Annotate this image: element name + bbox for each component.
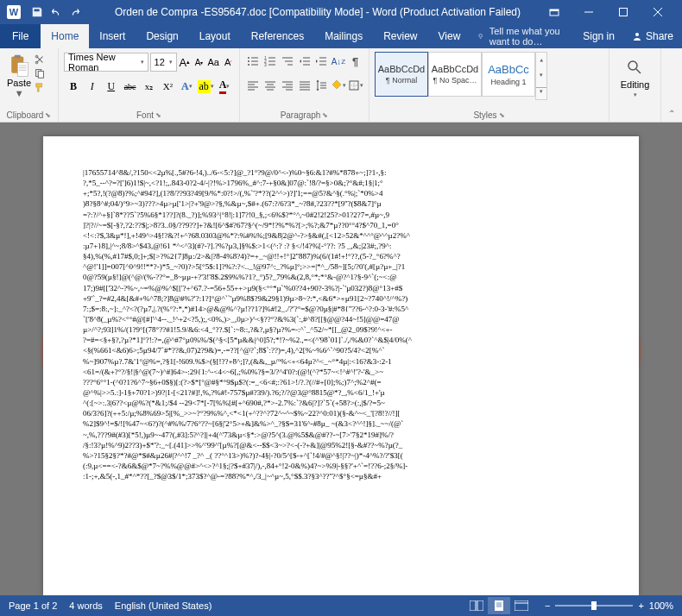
document-body-text[interactable]: |17655714^8&/,?150<<2µ%[.,5#?6-!4,)../6-…	[83, 167, 599, 481]
styles-group-label: Styles	[473, 110, 496, 120]
italic-button[interactable]: I	[83, 77, 102, 96]
strikethrough-button[interactable]: abc	[121, 77, 140, 96]
align-left-icon[interactable]	[245, 76, 262, 95]
text-effects-icon[interactable]: A▾	[177, 77, 196, 96]
language-indicator[interactable]: English (United States)	[115, 600, 212, 611]
show-marks-icon[interactable]: ¶	[347, 52, 363, 71]
zoom-out-button[interactable]: −	[545, 600, 550, 611]
font-launcher-icon[interactable]: ⬊	[155, 111, 161, 119]
share-icon	[632, 31, 642, 41]
word-count[interactable]: 4 words	[69, 600, 103, 611]
maximize-icon[interactable]	[606, 0, 641, 24]
quick-access-toolbar	[31, 6, 81, 18]
minimize-icon[interactable]	[571, 0, 606, 24]
lightbulb-icon	[477, 31, 483, 41]
shading-icon[interactable]: ▾	[331, 76, 347, 95]
clipboard-icon	[7, 53, 31, 78]
svg-rect-65	[477, 600, 483, 611]
highlight-color-icon[interactable]: ab▾	[196, 77, 215, 96]
tab-references[interactable]: References	[241, 24, 314, 48]
document-page[interactable]: |17655714^8&/,?150<<2µ%[.,5#?6-!4,)../6-…	[43, 136, 639, 595]
multilevel-list-icon[interactable]	[279, 52, 295, 71]
bold-button[interactable]: B	[64, 77, 83, 96]
svg-rect-18	[38, 71, 43, 78]
font-size-select[interactable]: 12▾	[150, 53, 177, 72]
decrease-indent-icon[interactable]	[296, 52, 313, 71]
share-button[interactable]: Share	[623, 30, 682, 42]
grow-font-icon[interactable]: A▴	[179, 53, 192, 72]
change-case-icon[interactable]: Aa	[207, 53, 220, 72]
tab-insert[interactable]: Insert	[89, 24, 136, 48]
tab-review[interactable]: Review	[373, 24, 427, 48]
ribbon-display-icon[interactable]	[537, 0, 571, 24]
zoom-slider[interactable]	[555, 605, 633, 607]
tab-design[interactable]: Design	[136, 24, 188, 48]
underline-button[interactable]: U	[102, 77, 121, 96]
web-layout-icon[interactable]	[510, 597, 533, 614]
copy-icon[interactable]	[33, 67, 47, 79]
paste-button[interactable]: Paste ▼	[5, 52, 33, 100]
svg-line-63	[636, 69, 641, 73]
tab-home[interactable]: Home	[41, 24, 89, 48]
word-app-icon: W	[7, 5, 21, 19]
svg-point-62	[628, 61, 637, 70]
increase-indent-icon[interactable]	[313, 52, 330, 71]
svg-point-8	[635, 33, 639, 36]
styles-gallery-expand[interactable]: ▾ ▾ ▾	[535, 52, 547, 100]
font-name-select[interactable]: Times New Roman▾	[64, 53, 148, 72]
style-no-spacing[interactable]: AaBbCcDd ¶ No Spac…	[428, 52, 482, 97]
font-group-label: Font	[136, 110, 154, 120]
svg-rect-70	[515, 600, 528, 611]
svg-point-21	[248, 60, 249, 62]
sort-icon[interactable]: A↓Z	[331, 52, 347, 71]
collapse-ribbon-icon[interactable]: ⌃	[661, 48, 682, 122]
bullets-icon[interactable]	[245, 52, 262, 71]
align-center-icon[interactable]	[262, 76, 279, 95]
shrink-font-icon[interactable]: A▾	[193, 53, 205, 72]
line-spacing-icon[interactable]	[313, 76, 330, 95]
page-indicator[interactable]: Page 1 of 2	[9, 600, 57, 611]
style-heading-1[interactable]: AaBbCc Heading 1	[482, 52, 535, 97]
read-mode-icon[interactable]	[465, 597, 488, 614]
find-icon	[626, 59, 645, 78]
borders-icon[interactable]: ▾	[347, 76, 363, 95]
justify-icon[interactable]	[296, 76, 313, 95]
tell-me-search[interactable]: Tell me what you want to do…	[470, 26, 574, 47]
numbering-icon[interactable]: 123	[262, 52, 279, 71]
svg-point-6	[479, 35, 483, 38]
style-normal[interactable]: AaBbCcDd ¶ Normal	[375, 52, 428, 97]
svg-rect-11	[17, 63, 28, 77]
redo-icon[interactable]	[69, 6, 81, 18]
paragraph-launcher-icon[interactable]: ⬊	[322, 111, 328, 119]
superscript-button[interactable]: X²	[158, 77, 177, 96]
clear-formatting-icon[interactable]: A⟋	[221, 53, 234, 72]
svg-point-23	[248, 64, 249, 66]
svg-rect-1	[550, 9, 559, 11]
clipboard-group-label: Clipboard	[7, 110, 44, 120]
svg-rect-64	[470, 600, 476, 611]
paragraph-group-label: Paragraph	[281, 110, 321, 120]
svg-rect-3	[620, 9, 628, 16]
styles-launcher-icon[interactable]: ⬊	[499, 111, 505, 119]
file-tab[interactable]: File	[0, 24, 41, 48]
cut-icon[interactable]	[33, 53, 47, 66]
tab-layout[interactable]: Layout	[189, 24, 241, 48]
close-icon[interactable]	[641, 0, 675, 24]
save-icon[interactable]	[31, 6, 43, 18]
print-layout-icon[interactable]	[488, 597, 510, 614]
window-title: Orden de Compra -ES95647.doc [Compatibil…	[98, 6, 537, 18]
tab-view[interactable]: View	[428, 24, 471, 48]
font-color-icon[interactable]: A▾	[215, 77, 234, 96]
sign-in-button[interactable]: Sign in	[574, 30, 623, 42]
align-right-icon[interactable]	[279, 76, 295, 95]
svg-point-19	[248, 57, 249, 59]
editing-button[interactable]: Editing ▾	[615, 52, 655, 98]
undo-icon[interactable]	[50, 6, 62, 18]
zoom-in-button[interactable]: +	[638, 600, 643, 611]
clipboard-launcher-icon[interactable]: ⬊	[45, 111, 51, 119]
tab-mailings[interactable]: Mailings	[314, 24, 373, 48]
svg-rect-10	[15, 55, 21, 59]
zoom-level[interactable]: 100%	[649, 600, 673, 611]
subscript-button[interactable]: x₂	[140, 77, 159, 96]
format-painter-icon[interactable]	[33, 81, 47, 93]
